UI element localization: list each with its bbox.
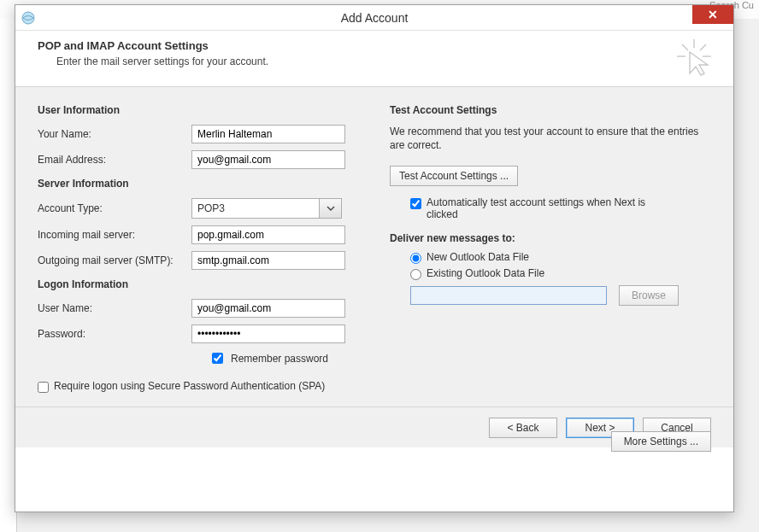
chevron-down-icon	[327, 204, 335, 213]
your-name-label: Your Name:	[38, 128, 191, 140]
svg-line-3	[700, 44, 706, 50]
test-account-settings-button[interactable]: Test Account Settings ...	[390, 166, 518, 186]
password-input[interactable]	[191, 324, 345, 343]
deliver-heading: Deliver new messages to:	[390, 232, 711, 244]
right-column: Test Account Settings We recommend that …	[390, 104, 711, 396]
close-button[interactable]: ✕	[692, 5, 733, 24]
password-label: Password:	[38, 328, 191, 340]
auto-test-label: Automatically test account settings when…	[427, 196, 666, 220]
cursor-star-icon	[677, 39, 715, 80]
email-label: Email Address:	[38, 154, 191, 166]
subheader-title: POP and IMAP Account Settings	[38, 39, 711, 52]
remember-password-label: Remember password	[231, 353, 328, 365]
logon-info-heading: Logon Information	[38, 278, 359, 290]
outgoing-server-input[interactable]	[191, 251, 345, 270]
account-type-dropdown-button[interactable]	[320, 198, 342, 219]
remember-password-checkbox[interactable]	[212, 353, 223, 364]
dialog-title: Add Account	[15, 11, 733, 25]
back-button[interactable]: < Back	[489, 418, 557, 438]
email-input[interactable]	[191, 150, 345, 169]
spa-label: Require logon using Secure Password Auth…	[54, 380, 325, 392]
add-account-dialog: Add Account ✕ POP and IMAP Account Setti…	[15, 4, 734, 512]
user-info-heading: User Information	[38, 104, 359, 116]
test-settings-description: We recommend that you test your account …	[390, 125, 711, 152]
outgoing-server-label: Outgoing mail server (SMTP):	[38, 254, 191, 266]
username-input[interactable]	[191, 299, 345, 318]
dialog-subheader: POP and IMAP Account Settings Enter the …	[15, 31, 733, 87]
svg-point-0	[22, 12, 34, 24]
close-icon: ✕	[708, 8, 718, 21]
titlebar: Add Account ✕	[15, 5, 733, 31]
svg-line-2	[682, 44, 688, 50]
deliver-existing-radio[interactable]	[410, 269, 421, 280]
your-name-input[interactable]	[191, 125, 345, 143]
browse-button[interactable]: Browse	[619, 285, 679, 306]
account-type-value: POP3	[191, 198, 320, 219]
subheader-subtitle: Enter the mail server settings for your …	[56, 56, 711, 67]
deliver-new-label: New Outlook Data File	[427, 251, 529, 263]
left-column: User Information Your Name: Email Addres…	[38, 104, 359, 396]
server-info-heading: Server Information	[38, 178, 359, 190]
deliver-existing-label: Existing Outlook Data File	[427, 267, 544, 279]
account-type-label: Account Type:	[38, 202, 191, 214]
dialog-body: User Information Your Name: Email Addres…	[15, 87, 733, 406]
username-label: User Name:	[38, 302, 191, 314]
existing-data-file-input[interactable]	[410, 286, 607, 305]
deliver-new-radio[interactable]	[410, 253, 421, 264]
app-icon	[15, 10, 41, 26]
incoming-server-label: Incoming mail server:	[38, 229, 191, 241]
incoming-server-input[interactable]	[191, 225, 345, 244]
auto-test-checkbox[interactable]	[410, 198, 421, 209]
spa-checkbox[interactable]	[38, 382, 49, 393]
more-settings-button[interactable]: More Settings ...	[611, 431, 711, 452]
test-settings-heading: Test Account Settings	[390, 104, 711, 116]
